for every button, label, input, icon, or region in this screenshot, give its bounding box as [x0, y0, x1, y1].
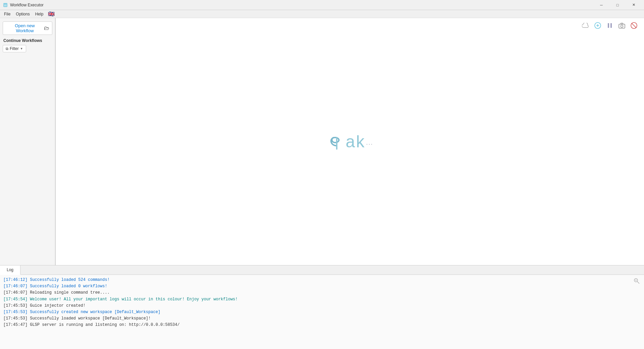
- svg-text:W: W: [4, 4, 7, 7]
- log-entry: [17:45:53] Guice injector created!: [3, 303, 641, 309]
- log-panel: Log [17:46:12] Successfully loaded 524 c…: [0, 265, 644, 349]
- log-entry: [17:46:12] Successfully loaded 524 comma…: [3, 277, 641, 283]
- svg-line-10: [632, 23, 636, 28]
- open-workflow-button[interactable]: Open new Workflow 🗁: [3, 21, 52, 35]
- maximize-button[interactable]: □: [610, 0, 625, 10]
- log-content: [17:46:12] Successfully loaded 524 comma…: [0, 275, 644, 349]
- log-entry: [17:45:53] Successfully created new work…: [3, 309, 641, 315]
- open-workflow-label: Open new Workflow: [6, 23, 44, 33]
- minimize-button[interactable]: ─: [594, 0, 609, 10]
- log-entry: [17:46:07] Successfully loaded 0 workflo…: [3, 283, 641, 290]
- filter-row: ⧉ Filter ▼: [0, 44, 55, 53]
- pak-logo: ak ...: [327, 132, 373, 152]
- filter-button[interactable]: ⧉ Filter ▼: [3, 45, 26, 52]
- log-tabs: Log: [0, 265, 644, 275]
- log-tab[interactable]: Log: [0, 265, 20, 275]
- log-search-icon[interactable]: [633, 278, 640, 286]
- pause-icon[interactable]: [605, 21, 614, 30]
- menu-options[interactable]: Options: [13, 11, 32, 17]
- menu-bar: File Options Help 🇬🇧: [0, 10, 644, 18]
- log-entry: [17:46:07] Reloading single command tree…: [3, 290, 641, 296]
- logo-dots: ...: [366, 139, 373, 146]
- main-content: ak ...: [56, 18, 644, 265]
- filter-dropdown-arrow: ▼: [20, 47, 23, 50]
- svg-point-8: [621, 25, 623, 28]
- filter-icon: ⧉: [6, 47, 8, 51]
- svg-line-13: [637, 282, 639, 284]
- add-workflow-icon[interactable]: [593, 21, 602, 30]
- camera-icon[interactable]: [617, 21, 627, 30]
- stop-icon[interactable]: [629, 21, 639, 30]
- logo-text: ak: [346, 133, 366, 150]
- cloud-icon[interactable]: [581, 21, 590, 30]
- filter-label: Filter: [10, 46, 19, 51]
- app-icon: W: [3, 2, 8, 8]
- log-entry: [17:45:47] GLSP server is running and li…: [3, 322, 641, 328]
- main-layout: Open new Workflow 🗁 Continue Workflows ⧉…: [0, 18, 644, 265]
- folder-icon: 🗁: [44, 25, 49, 31]
- sidebar: Open new Workflow 🗁 Continue Workflows ⧉…: [0, 18, 55, 265]
- close-button[interactable]: ✕: [626, 0, 641, 10]
- language-flag[interactable]: 🇬🇧: [48, 11, 55, 17]
- logo-p-symbol: [327, 132, 345, 152]
- log-entry: [17:45:53] Successfully loaded workspace…: [3, 315, 641, 322]
- menu-help[interactable]: Help: [33, 11, 46, 17]
- continue-workflows-label: Continue Workflows: [0, 36, 55, 44]
- svg-rect-5: [608, 23, 609, 28]
- menu-file[interactable]: File: [1, 11, 13, 17]
- top-toolbar: [581, 21, 639, 30]
- window-title: Workflow Executor: [10, 3, 594, 7]
- window-controls: ─ □ ✕: [594, 0, 641, 10]
- svg-rect-6: [610, 23, 612, 28]
- title-bar: W Workflow Executor ─ □ ✕: [0, 0, 644, 10]
- center-logo: ak ...: [56, 18, 644, 265]
- log-entry: [17:45:54] Welcome user! All your import…: [3, 296, 641, 303]
